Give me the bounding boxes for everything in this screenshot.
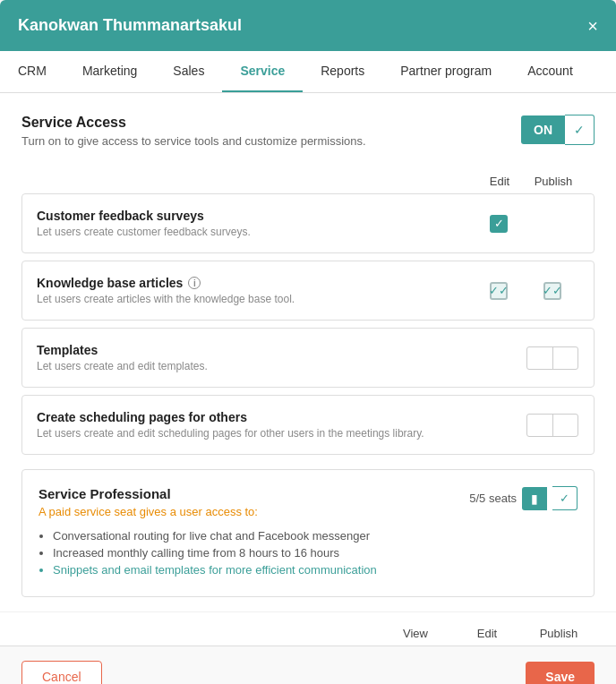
- bottom-edit-header: Edit: [451, 627, 523, 640]
- permission-customer-feedback: Customer feedback surveys Let users crea…: [21, 193, 595, 253]
- scheduling-publish-box[interactable]: [552, 415, 578, 436]
- tab-sales[interactable]: Sales: [155, 51, 222, 92]
- modal-footer: Cancel Save: [0, 646, 616, 684]
- permission-name-templates: Templates: [37, 343, 472, 357]
- cancel-button[interactable]: Cancel: [21, 661, 102, 684]
- seats-label: 5/5 seats: [469, 492, 517, 505]
- tab-reports[interactable]: Reports: [303, 51, 382, 92]
- bottom-publish-header: Publish: [523, 627, 595, 640]
- service-access-toggle: ON ✓: [521, 115, 595, 145]
- seat-check-button[interactable]: ✓: [552, 486, 578, 510]
- main-content: Service Access Turn on to give access to…: [0, 93, 616, 597]
- tab-service[interactable]: Service: [222, 51, 303, 92]
- edit-col-header: Edit: [473, 175, 526, 188]
- modal-header: Kanokwan Thummanartsakul ×: [0, 0, 616, 51]
- permission-desc-templates: Let users create and edit templates.: [37, 360, 472, 372]
- feedback-edit-checkbox[interactable]: [490, 215, 508, 233]
- bottom-view-header: View: [380, 627, 451, 640]
- toggle-check-button[interactable]: ✓: [565, 115, 595, 145]
- seat-toggle-button[interactable]: ▮: [522, 487, 547, 510]
- scheduling-dual-checkbox: [526, 414, 578, 437]
- pro-desc: A paid service seat gives a user access …: [38, 505, 258, 518]
- templates-publish-box[interactable]: [552, 347, 578, 369]
- close-button[interactable]: ×: [587, 17, 598, 35]
- kb-publish-checkbox[interactable]: ✓: [543, 282, 561, 300]
- pro-feature-1: Conversational routing for live chat and…: [53, 529, 578, 543]
- tab-crm[interactable]: CRM: [0, 51, 64, 92]
- service-access-title: Service Access: [21, 115, 366, 131]
- info-icon-kb[interactable]: i: [188, 277, 201, 289]
- tab-marketing[interactable]: Marketing: [64, 51, 155, 92]
- modal-title: Kanokwan Thummanartsakul: [18, 16, 242, 35]
- scheduling-edit-box[interactable]: [527, 415, 552, 436]
- service-access-desc: Turn on to give access to service tools …: [21, 134, 366, 148]
- pro-feature-2: Increased monthly calling time from 8 ho…: [53, 546, 578, 560]
- permission-templates: Templates Let users create and edit temp…: [21, 328, 595, 388]
- permission-knowledge-base: Knowledge base articles i Let users crea…: [21, 261, 595, 321]
- permission-scheduling: Create scheduling pages for others Let u…: [21, 395, 595, 455]
- column-headers: Edit Publish: [21, 175, 595, 193]
- permission-name-kb: Knowledge base articles i: [37, 276, 472, 290]
- publish-col-header: Publish: [526, 175, 580, 188]
- save-button[interactable]: Save: [526, 662, 595, 684]
- tab-bar: CRM Marketing Sales Service Reports Part…: [0, 51, 616, 93]
- kb-edit-checkbox[interactable]: ✓: [490, 282, 508, 300]
- permission-name-scheduling: Create scheduling pages for others: [37, 410, 472, 424]
- professional-section: Service Professional A paid service seat…: [21, 469, 595, 597]
- pro-features-list: Conversational routing for live chat and…: [38, 529, 578, 577]
- tab-partner-program[interactable]: Partner program: [382, 51, 509, 92]
- templates-edit-box[interactable]: [527, 347, 552, 369]
- tab-account[interactable]: Account: [509, 51, 591, 92]
- permission-desc-kb: Let users create articles with the knowl…: [37, 293, 472, 305]
- toggle-on-button[interactable]: ON: [521, 115, 565, 144]
- bottom-column-headers: View Edit Publish: [0, 611, 616, 646]
- templates-dual-checkbox: [526, 346, 578, 370]
- permission-desc-feedback: Let users create customer feedback surve…: [37, 226, 472, 238]
- seats-control: 5/5 seats ▮ ✓: [469, 486, 578, 510]
- pro-feature-3[interactable]: Snippets and email templates for more ef…: [53, 563, 578, 577]
- pro-title: Service Professional: [38, 486, 258, 501]
- permission-name-feedback: Customer feedback surveys: [37, 209, 472, 223]
- permission-desc-scheduling: Let users create and edit scheduling pag…: [37, 427, 472, 440]
- section-header: Service Access Turn on to give access to…: [21, 115, 366, 148]
